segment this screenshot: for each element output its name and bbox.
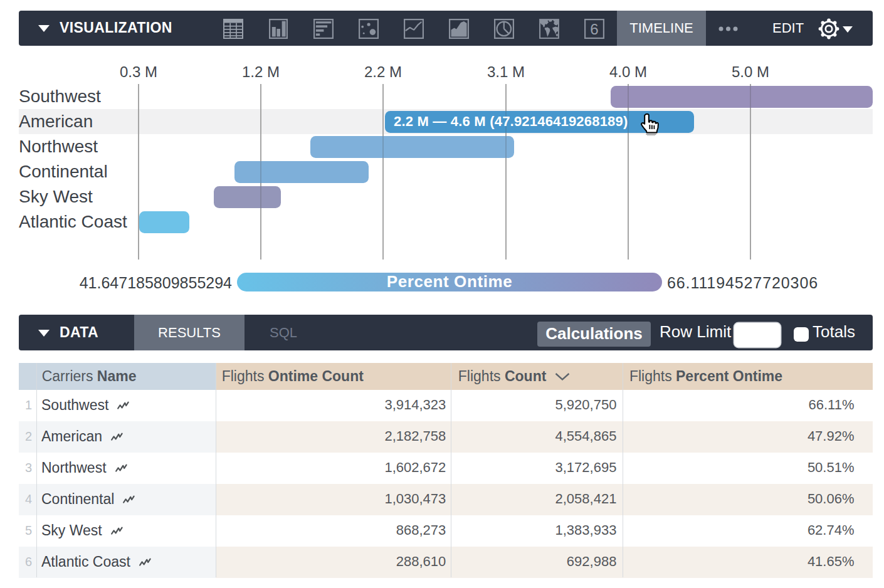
svg-text:6: 6 <box>590 21 598 38</box>
